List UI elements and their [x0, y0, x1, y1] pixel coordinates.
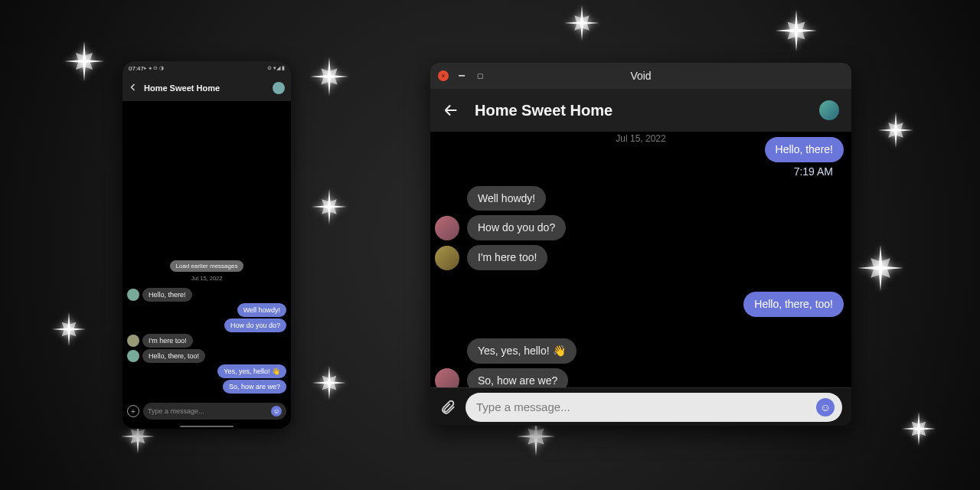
- attach-icon[interactable]: [439, 397, 456, 417]
- message-bubble[interactable]: Hello, there!: [142, 288, 192, 302]
- attach-plus-icon[interactable]: +: [127, 405, 139, 417]
- message-bubble[interactable]: How do you do?: [467, 215, 566, 240]
- desktop-composer: Type a message... ☺: [430, 387, 851, 426]
- phone-app-bar: Home Sweet Home: [122, 75, 291, 101]
- message-row: How do you do?: [127, 318, 286, 332]
- window-titlebar[interactable]: × − ▢ Void: [430, 63, 851, 89]
- sender-avatar[interactable]: [433, 214, 461, 242]
- sparkle-icon: [564, 5, 599, 44]
- sparkle-icon: [310, 57, 348, 99]
- message-row: I'm here too!: [127, 334, 286, 348]
- sender-avatar[interactable]: [127, 350, 139, 362]
- header-avatar[interactable]: [273, 82, 285, 94]
- message-bubble[interactable]: So, how are we?: [223, 380, 286, 394]
- message-row: Yes, yes, hello! 👋: [467, 338, 844, 364]
- window-close-button[interactable]: ×: [438, 70, 449, 81]
- sender-avatar[interactable]: [127, 335, 139, 347]
- message-bubble[interactable]: Hello, there!: [765, 137, 844, 162]
- message-row: Hello, there, too!: [467, 292, 844, 317]
- sparkle-icon: [878, 113, 913, 151]
- status-icons-left: ▸ ● ⊖ ◑: [144, 65, 164, 71]
- message-bubble[interactable]: Hello, there, too!: [142, 349, 205, 363]
- message-row: Well howdy!: [467, 186, 844, 211]
- message-placeholder: Type a message...: [148, 407, 271, 415]
- message-bubble[interactable]: How do you do?: [224, 318, 286, 332]
- sparkle-icon: [312, 366, 346, 403]
- message-row: So, how are we?: [467, 368, 844, 387]
- message-row: Hello, there, too!: [127, 349, 286, 363]
- status-time: 07:47: [129, 65, 144, 72]
- sparkle-icon: [52, 312, 86, 349]
- emoji-icon[interactable]: ☺: [271, 406, 282, 416]
- window-minimize-button[interactable]: −: [456, 70, 467, 81]
- phone-mock: 07:47 ▸ ● ⊖ ◑ ⊘ ▾◢ ▮ Home Sweet Home Loa…: [122, 61, 291, 429]
- emoji-icon[interactable]: ☺: [816, 398, 835, 416]
- message-input[interactable]: Type a message... ☺: [466, 393, 842, 422]
- nav-indicator: [122, 424, 291, 429]
- message-timestamp: 7:19 AM: [783, 164, 844, 181]
- desktop-conversation[interactable]: Jul 15, 2022 Hello, there!7:19 AMWell ho…: [430, 132, 851, 387]
- message-bubble[interactable]: Hello, there, too!: [743, 292, 844, 317]
- status-bar: 07:47 ▸ ● ⊖ ◑ ⊘ ▾◢ ▮: [122, 61, 291, 75]
- chat-title: Home Sweet Home: [144, 83, 273, 93]
- date-separator: Jul 15, 2022: [191, 275, 223, 282]
- message-row: 7:19 AM: [467, 167, 844, 181]
- message-bubble[interactable]: So, how are we?: [467, 368, 568, 387]
- sparkle-icon: [312, 189, 347, 227]
- desktop-app-bar: Home Sweet Home: [430, 89, 851, 132]
- sender-avatar[interactable]: [433, 367, 461, 387]
- message-bubble[interactable]: Well howdy!: [467, 186, 546, 211]
- sparkle-icon: [776, 10, 817, 54]
- message-row: Well howdy!: [127, 303, 286, 317]
- message-bubble[interactable]: I'm here too!: [467, 245, 547, 270]
- back-arrow-icon[interactable]: [443, 102, 459, 119]
- sparkle-icon: [902, 412, 936, 449]
- message-row: How do you do?: [467, 215, 844, 240]
- sender-avatar[interactable]: [127, 289, 139, 301]
- window-title: Void: [430, 70, 851, 82]
- desktop-window: × − ▢ Void Home Sweet Home Jul 15, 2022 …: [430, 63, 851, 426]
- message-bubble[interactable]: Well howdy!: [237, 303, 286, 317]
- message-row: Hello, there!: [467, 137, 844, 162]
- back-arrow-icon[interactable]: [129, 83, 139, 93]
- sender-avatar[interactable]: [433, 244, 461, 272]
- message-bubble[interactable]: Yes, yes, hello! 👋: [467, 338, 577, 364]
- message-placeholder: Type a message...: [476, 400, 816, 413]
- chat-title: Home Sweet Home: [475, 102, 819, 119]
- phone-composer: + Type a message... ☺: [122, 398, 291, 424]
- message-row: Yes, yes, hello! 👋: [127, 364, 286, 378]
- message-bubble[interactable]: I'm here too!: [142, 334, 193, 348]
- sparkle-icon: [64, 41, 104, 84]
- header-avatar[interactable]: [819, 100, 839, 120]
- message-row: Hello, there!: [127, 288, 286, 302]
- status-icons-right: ⊘ ▾◢ ▮: [267, 65, 285, 71]
- message-input[interactable]: Type a message... ☺: [143, 403, 286, 420]
- message-row: So, how are we?: [127, 380, 286, 394]
- message-bubble[interactable]: Yes, yes, hello! 👋: [217, 364, 286, 378]
- sparkle-icon: [858, 245, 903, 294]
- message-row: I'm here too!: [467, 245, 844, 270]
- window-maximize-button[interactable]: ▢: [475, 70, 485, 81]
- load-earlier-button[interactable]: Load earlier messages: [170, 260, 244, 272]
- phone-conversation[interactable]: Load earlier messages Jul 15, 2022 Hello…: [122, 101, 291, 398]
